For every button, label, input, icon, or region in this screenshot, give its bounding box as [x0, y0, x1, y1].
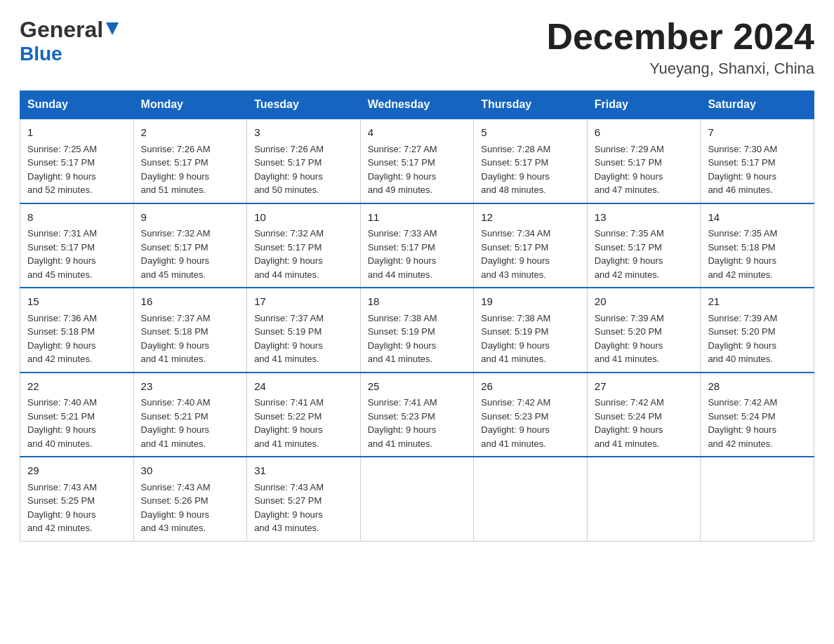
day-info: Sunrise: 7:31 AMSunset: 5:17 PMDaylight:…: [27, 227, 126, 281]
day-number: 4: [368, 125, 467, 141]
calendar-cell: 6Sunrise: 7:29 AMSunset: 5:17 PMDaylight…: [587, 119, 701, 203]
day-number: 8: [27, 210, 126, 226]
day-info: Sunrise: 7:43 AMSunset: 5:25 PMDaylight:…: [27, 481, 126, 535]
day-info: Sunrise: 7:36 AMSunset: 5:18 PMDaylight:…: [27, 311, 126, 366]
day-info: Sunrise: 7:40 AMSunset: 5:21 PMDaylight:…: [27, 396, 126, 450]
calendar-cell: 7Sunrise: 7:30 AMSunset: 5:17 PMDaylight…: [701, 119, 814, 203]
day-info: Sunrise: 7:43 AMSunset: 5:27 PMDaylight:…: [254, 481, 353, 535]
svg-marker-0: [106, 22, 119, 35]
calendar-cell: 21Sunrise: 7:39 AMSunset: 5:20 PMDayligh…: [701, 288, 814, 373]
day-number: 21: [708, 294, 807, 310]
calendar-week-5: 29Sunrise: 7:43 AMSunset: 5:25 PMDayligh…: [20, 457, 814, 541]
day-number: 14: [708, 210, 807, 226]
title-area: December 2024 Yueyang, Shanxi, China: [546, 17, 814, 78]
day-info: Sunrise: 7:25 AMSunset: 5:17 PMDaylight:…: [27, 142, 126, 197]
day-number: 30: [141, 463, 240, 479]
day-number: 26: [481, 379, 580, 395]
day-info: Sunrise: 7:30 AMSunset: 5:17 PMDaylight:…: [708, 142, 807, 197]
calendar-cell: [587, 457, 701, 541]
weekday-header-thursday: Thursday: [474, 91, 588, 119]
calendar-cell: 31Sunrise: 7:43 AMSunset: 5:27 PMDayligh…: [247, 457, 361, 541]
calendar-cell: 23Sunrise: 7:40 AMSunset: 5:21 PMDayligh…: [133, 373, 247, 457]
day-number: 29: [27, 463, 126, 479]
day-info: Sunrise: 7:42 AMSunset: 5:24 PMDaylight:…: [708, 396, 807, 450]
day-number: 27: [595, 379, 694, 395]
day-number: 11: [368, 210, 467, 226]
calendar-cell: 17Sunrise: 7:37 AMSunset: 5:19 PMDayligh…: [247, 288, 361, 373]
calendar-cell: [360, 457, 474, 541]
day-number: 17: [254, 294, 353, 310]
day-info: Sunrise: 7:37 AMSunset: 5:18 PMDaylight:…: [141, 311, 240, 366]
weekday-header-wednesday: Wednesday: [360, 91, 474, 119]
calendar-week-3: 15Sunrise: 7:36 AMSunset: 5:18 PMDayligh…: [20, 288, 814, 373]
logo-blue-text: Blue: [20, 43, 62, 65]
calendar-title: December 2024: [546, 17, 814, 57]
calendar-cell: 25Sunrise: 7:41 AMSunset: 5:23 PMDayligh…: [360, 373, 474, 457]
day-number: 24: [254, 379, 353, 395]
calendar-cell: [701, 457, 814, 541]
day-info: Sunrise: 7:32 AMSunset: 5:17 PMDaylight:…: [141, 227, 240, 281]
calendar-cell: 28Sunrise: 7:42 AMSunset: 5:24 PMDayligh…: [701, 373, 814, 457]
day-number: 10: [254, 210, 353, 226]
day-number: 2: [141, 125, 240, 141]
day-number: 20: [595, 294, 694, 310]
day-number: 6: [595, 125, 694, 141]
page-header: General Blue December 2024 Yueyang, Shan…: [20, 17, 814, 78]
day-number: 19: [481, 294, 580, 310]
day-info: Sunrise: 7:26 AMSunset: 5:17 PMDaylight:…: [141, 142, 240, 197]
day-info: Sunrise: 7:39 AMSunset: 5:20 PMDaylight:…: [595, 311, 694, 366]
calendar-week-2: 8Sunrise: 7:31 AMSunset: 5:17 PMDaylight…: [20, 203, 814, 288]
day-number: 28: [708, 379, 807, 395]
day-number: 13: [595, 210, 694, 226]
day-number: 22: [27, 379, 126, 395]
day-info: Sunrise: 7:38 AMSunset: 5:19 PMDaylight:…: [368, 311, 467, 366]
day-info: Sunrise: 7:41 AMSunset: 5:22 PMDaylight:…: [254, 396, 353, 450]
calendar-cell: 5Sunrise: 7:28 AMSunset: 5:17 PMDaylight…: [474, 119, 588, 203]
day-number: 16: [141, 294, 240, 310]
day-info: Sunrise: 7:39 AMSunset: 5:20 PMDaylight:…: [708, 311, 807, 366]
calendar-cell: 20Sunrise: 7:39 AMSunset: 5:20 PMDayligh…: [587, 288, 701, 373]
day-number: 23: [141, 379, 240, 395]
calendar-cell: 27Sunrise: 7:42 AMSunset: 5:24 PMDayligh…: [587, 373, 701, 457]
calendar-cell: 12Sunrise: 7:34 AMSunset: 5:17 PMDayligh…: [474, 203, 588, 288]
calendar-cell: 15Sunrise: 7:36 AMSunset: 5:18 PMDayligh…: [20, 288, 134, 373]
calendar-cell: 10Sunrise: 7:32 AMSunset: 5:17 PMDayligh…: [247, 203, 361, 288]
day-info: Sunrise: 7:32 AMSunset: 5:17 PMDaylight:…: [254, 227, 353, 281]
day-info: Sunrise: 7:38 AMSunset: 5:19 PMDaylight:…: [481, 311, 580, 366]
logo-triangle-icon: [106, 22, 119, 38]
logo-area: General Blue: [20, 17, 119, 65]
calendar-table: SundayMondayTuesdayWednesdayThursdayFrid…: [20, 90, 814, 542]
day-number: 3: [254, 125, 353, 141]
day-info: Sunrise: 7:37 AMSunset: 5:19 PMDaylight:…: [254, 311, 353, 366]
weekday-header-friday: Friday: [587, 91, 701, 119]
day-number: 31: [254, 463, 353, 479]
calendar-cell: 9Sunrise: 7:32 AMSunset: 5:17 PMDaylight…: [133, 203, 247, 288]
day-number: 7: [708, 125, 807, 141]
day-info: Sunrise: 7:42 AMSunset: 5:23 PMDaylight:…: [481, 396, 580, 450]
calendar-subtitle: Yueyang, Shanxi, China: [546, 60, 814, 78]
calendar-cell: 29Sunrise: 7:43 AMSunset: 5:25 PMDayligh…: [20, 457, 134, 541]
day-info: Sunrise: 7:42 AMSunset: 5:24 PMDaylight:…: [595, 396, 694, 450]
day-number: 5: [481, 125, 580, 141]
day-info: Sunrise: 7:40 AMSunset: 5:21 PMDaylight:…: [141, 396, 240, 450]
day-number: 18: [368, 294, 467, 310]
calendar-cell: 8Sunrise: 7:31 AMSunset: 5:17 PMDaylight…: [20, 203, 134, 288]
calendar-cell: 26Sunrise: 7:42 AMSunset: 5:23 PMDayligh…: [474, 373, 588, 457]
calendar-cell: 11Sunrise: 7:33 AMSunset: 5:17 PMDayligh…: [360, 203, 474, 288]
calendar-cell: 1Sunrise: 7:25 AMSunset: 5:17 PMDaylight…: [20, 119, 134, 203]
day-number: 1: [27, 125, 126, 141]
day-number: 15: [27, 294, 126, 310]
day-number: 12: [481, 210, 580, 226]
calendar-week-1: 1Sunrise: 7:25 AMSunset: 5:17 PMDaylight…: [20, 119, 814, 203]
calendar-cell: 13Sunrise: 7:35 AMSunset: 5:17 PMDayligh…: [587, 203, 701, 288]
day-info: Sunrise: 7:29 AMSunset: 5:17 PMDaylight:…: [595, 142, 694, 197]
day-number: 25: [368, 379, 467, 395]
calendar-cell: 2Sunrise: 7:26 AMSunset: 5:17 PMDaylight…: [133, 119, 247, 203]
weekday-header-row: SundayMondayTuesdayWednesdayThursdayFrid…: [20, 91, 814, 119]
day-info: Sunrise: 7:35 AMSunset: 5:18 PMDaylight:…: [708, 227, 807, 281]
day-info: Sunrise: 7:33 AMSunset: 5:17 PMDaylight:…: [368, 227, 467, 281]
calendar-cell: 18Sunrise: 7:38 AMSunset: 5:19 PMDayligh…: [360, 288, 474, 373]
day-number: 9: [141, 210, 240, 226]
weekday-header-sunday: Sunday: [20, 91, 134, 119]
day-info: Sunrise: 7:41 AMSunset: 5:23 PMDaylight:…: [368, 396, 467, 450]
